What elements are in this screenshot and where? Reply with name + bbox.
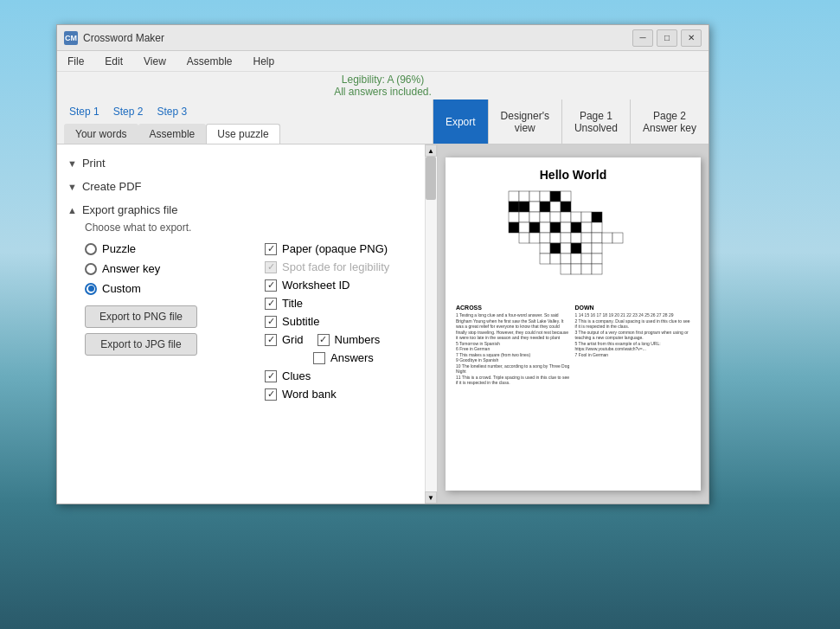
preview-col-down: DOWN 1 14 15 16 17 18 19 20 21 22 23 24 … [575,305,691,386]
checkbox-subtitle[interactable]: Subtitle [265,315,389,328]
svg-rect-17 [550,212,561,222]
content-area: ▼ Print ▼ Create PDF ▲ Export graphics f… [57,144,709,504]
checkbox-clues[interactable]: Clues [265,369,389,382]
checkbox-grid-box[interactable] [265,334,277,346]
tab-export[interactable]: Export [433,99,488,144]
radio-custom-circle [85,283,97,295]
checkbox-worksheet-id-box[interactable] [265,279,277,292]
tab-page1-unsolved[interactable]: Page 1 Unsolved [561,99,630,144]
export-graphics-content: Choose what to export. Puzzle [57,221,437,408]
radio-answer-key-circle [85,263,97,275]
menu-edit[interactable]: Edit [101,54,126,69]
preview-page: Hello World [446,157,701,491]
svg-rect-43 [561,243,571,254]
checkbox-word-bank-box[interactable] [265,388,277,401]
app-window: CM Crossword Maker ─ □ ✕ File Edit View … [56,24,709,504]
checkbox-spot-fade-box[interactable] [265,261,277,273]
svg-rect-52 [592,254,602,264]
svg-rect-7 [509,202,519,212]
svg-rect-23 [519,222,529,233]
tab-assemble[interactable]: Assemble [138,124,207,144]
accordion-print[interactable]: ▼ Print [57,151,437,175]
svg-rect-2 [519,191,529,202]
checkbox-numbers[interactable]: Numbers [317,333,381,346]
svg-rect-5 [550,191,561,202]
create-pdf-arrow: ▼ [67,182,77,192]
svg-rect-46 [592,243,602,254]
svg-rect-24 [529,222,540,233]
radio-group: Puzzle Answer key Custom [85,242,265,295]
preview-across-clues: 1 Testing a long clue and a four-word an… [456,312,572,386]
svg-rect-49 [561,254,571,264]
checkbox-spot-fade[interactable]: Spot fade for legibility [265,260,389,273]
step-2[interactable]: Step 2 [108,103,149,120]
crossword-svg [500,187,647,299]
checkbox-worksheet-id[interactable]: Worksheet ID [265,279,389,292]
checkbox-paper[interactable]: Paper (opaque PNG) [265,242,389,255]
checkbox-numbers-box[interactable] [317,334,330,346]
export-png-button[interactable]: Export to PNG file [85,305,197,328]
svg-rect-18 [561,212,571,222]
checkbox-paper-box[interactable] [265,243,277,255]
radio-puzzle[interactable]: Puzzle [85,242,265,255]
radio-answer-key[interactable]: Answer key [85,262,265,275]
svg-rect-37 [581,233,592,243]
export-jpg-button[interactable]: Export to JPG file [85,333,197,356]
maximize-button[interactable]: □ [657,29,677,47]
tab-use-puzzle[interactable]: Use puzzle [206,124,279,144]
checkbox-answers[interactable]: Answers [265,351,389,364]
scroll-thumb[interactable] [426,157,436,200]
svg-rect-12 [561,202,571,212]
svg-rect-14 [519,212,529,222]
svg-rect-9 [529,202,540,212]
svg-rect-26 [550,222,561,233]
app-icon: CM [64,31,78,45]
status-legibility: Legibility: A (96%) [57,74,709,86]
svg-rect-16 [540,212,550,222]
menu-view[interactable]: View [140,54,170,69]
menu-file[interactable]: File [64,54,87,69]
checkbox-title-box[interactable] [265,298,277,310]
checkbox-answers-label: Answers [330,351,374,364]
checkbox-grid[interactable]: Grid [265,333,304,346]
checkbox-answers-box[interactable] [313,352,325,364]
checkbox-title-label: Title [282,297,303,310]
down-header: DOWN [575,305,691,311]
menu-assemble[interactable]: Assemble [183,54,236,69]
tab-your-words[interactable]: Your words [64,124,138,144]
close-button[interactable]: ✕ [681,29,702,47]
menu-help[interactable]: Help [250,54,279,69]
svg-rect-32 [529,233,540,243]
checkbox-subtitle-label: Subtitle [282,315,319,328]
accordion-create-pdf[interactable]: ▼ Create PDF [57,175,437,198]
radio-answer-key-label: Answer key [102,262,160,275]
svg-rect-45 [581,243,592,254]
left-panel: ▼ Print ▼ Create PDF ▲ Export graphics f… [57,144,438,504]
svg-rect-53 [561,264,571,274]
create-pdf-label: Create PDF [82,180,142,193]
crossword-grid [500,187,647,299]
scroll-up-arrow[interactable]: ▲ [425,144,437,157]
svg-rect-27 [561,222,571,233]
scroll-down-arrow[interactable]: ▼ [425,491,437,504]
svg-rect-42 [550,243,561,254]
svg-rect-22 [509,222,519,233]
choose-text: Choose what to export. [85,221,437,234]
checkbox-subtitle-box[interactable] [265,316,277,328]
tab-page2-answer-key[interactable]: Page 2 Answer key [630,99,709,144]
minimize-button[interactable]: ─ [632,29,653,47]
checkbox-word-bank[interactable]: Word bank [265,388,389,401]
svg-rect-36 [571,233,581,243]
radio-custom[interactable]: Custom [85,282,265,295]
accordion-export-graphics[interactable]: ▲ Export graphics file [57,198,437,221]
svg-rect-55 [581,264,592,274]
step-3[interactable]: Step 3 [151,103,192,120]
step-1[interactable]: Step 1 [64,103,105,120]
checkbox-clues-box[interactable] [265,370,277,382]
export-graphics-arrow: ▲ [67,205,77,215]
svg-rect-39 [602,233,612,243]
svg-rect-54 [571,264,581,274]
status-answers: All answers included. [57,86,709,98]
tab-designers-view[interactable]: Designer's view [488,99,561,144]
checkbox-title[interactable]: Title [265,297,389,310]
